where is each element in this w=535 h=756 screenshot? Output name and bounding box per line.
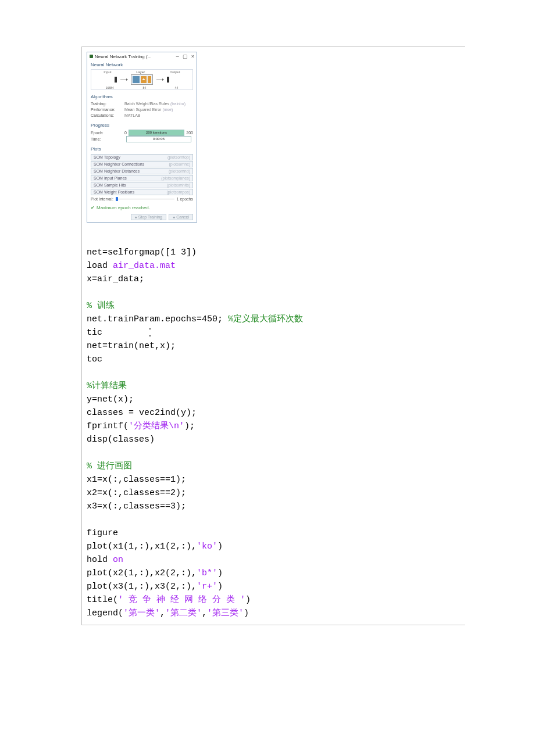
plot-interval-slider[interactable]: [116, 199, 174, 199]
plot-interval-label: Plot Interval:: [91, 197, 113, 201]
section-plots: Plots: [87, 145, 197, 152]
alg-perf-val: Mean Squared Error: [124, 107, 161, 113]
time-progress: 0:00:05: [126, 136, 191, 142]
plot-som-topology-button[interactable]: SOM Topology(plotsomtop): [91, 154, 193, 160]
cancel-button[interactable]: ● Cancel: [169, 214, 193, 220]
diagram-input-label: Input: [104, 70, 111, 74]
window-title: Neural Network Training (...: [95, 54, 151, 59]
training-status: ✔ Maximum epoch reached.: [87, 203, 197, 212]
epoch-progress: 200 iterations: [129, 130, 184, 136]
check-icon: ✔: [91, 205, 95, 210]
section-progress: Progress: [87, 121, 197, 128]
plot-som-weight-positions-button[interactable]: SOM Weight Positions(plotsompos): [91, 189, 193, 195]
alg-calc-val: MATLAB: [124, 113, 141, 119]
epoch-end: 200: [186, 130, 193, 136]
alg-training-hint: (trainbu): [170, 101, 186, 107]
matlab-code: net=selforgmap([1 3]) load air_data.mat …: [87, 246, 461, 620]
diagram-input-dim: 16884: [106, 86, 114, 89]
diagram-output-label: Output: [170, 70, 180, 74]
content-border: Neural Network Training (... – ▢ × Neura…: [81, 46, 465, 625]
alg-calc-key: Calculations:: [91, 113, 124, 119]
window-titlebar: Neural Network Training (... – ▢ ×: [87, 52, 197, 60]
text-cursor-icon: [149, 328, 151, 336]
diagram-hidden: 84: [142, 86, 146, 89]
alg-training-val: Batch Weight/Bias Rules: [124, 101, 169, 107]
section-algorithms: Algorithms: [87, 92, 197, 100]
stop-training-button[interactable]: ● Stop Training: [131, 214, 166, 220]
plot-interval-value: 1 epochs: [177, 197, 193, 201]
maximize-icon[interactable]: ▢: [183, 53, 188, 59]
network-diagram: Input Layer Output + 16884: [91, 69, 193, 90]
alg-perf-key: Performance:: [91, 107, 124, 113]
document-page: Neural Network Training (... – ▢ × Neura…: [0, 0, 535, 756]
diagram-output-dim: 44: [175, 86, 179, 89]
alg-perf-hint: (mse): [162, 107, 173, 113]
plot-som-input-planes-button[interactable]: SOM Input Planes(plotsomplanes): [91, 175, 193, 181]
minimize-icon[interactable]: –: [176, 53, 179, 59]
close-icon[interactable]: ×: [191, 53, 194, 59]
alg-training-key: Training:: [91, 101, 124, 107]
diagram-layer-label: Layer: [136, 70, 145, 74]
plot-som-neighbor-distances-button[interactable]: SOM Neighbor Distances(plotsomnd): [91, 168, 193, 174]
nn-training-window: Neural Network Training (... – ▢ × Neura…: [87, 52, 197, 223]
section-neural-network: Neural Network: [87, 60, 197, 68]
time-key: Time:: [91, 137, 124, 142]
epoch-key: Epoch:: [91, 130, 124, 136]
plot-som-sample-hits-button[interactable]: SOM Sample Hits(plotsomhits): [91, 182, 193, 188]
plot-som-neighbor-connections-button[interactable]: SOM Neighbor Connections(plotsomnc): [91, 161, 193, 167]
matlab-icon: [90, 55, 93, 58]
epoch-start: 0: [124, 130, 127, 136]
